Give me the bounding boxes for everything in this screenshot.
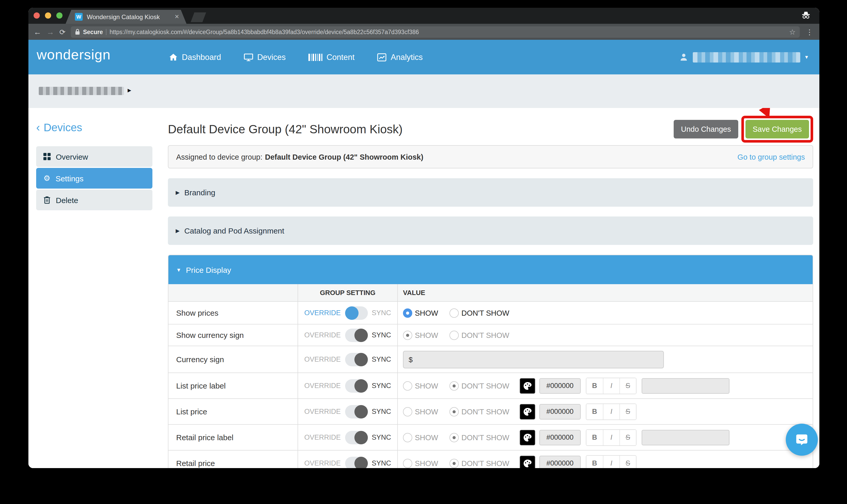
catalog-panel-header[interactable]: ▶ Catalog and Pod Assignment bbox=[168, 216, 813, 245]
address-bar[interactable]: Secure https://my.catalogkiosk.com/#/dev… bbox=[71, 26, 800, 37]
nav-item-analytics[interactable]: Analytics bbox=[377, 52, 423, 62]
label-text-input[interactable] bbox=[642, 430, 729, 445]
color-picker-button[interactable] bbox=[520, 378, 535, 393]
radio-label: DON'T SHOW bbox=[461, 309, 509, 317]
radio-label: SHOW bbox=[415, 309, 438, 317]
sidebar-item-settings[interactable]: ⚙ Settings bbox=[36, 168, 152, 188]
chat-bubble-icon bbox=[794, 432, 810, 447]
palette-icon bbox=[522, 406, 533, 417]
sidebar-item-label: Overview bbox=[56, 152, 88, 161]
radio-show: SHOW bbox=[403, 330, 438, 340]
strikethrough-button[interactable]: S bbox=[619, 404, 636, 419]
forward-button[interactable]: → bbox=[47, 28, 54, 36]
hex-color-input[interactable] bbox=[539, 430, 581, 445]
home-icon bbox=[169, 53, 178, 61]
strikethrough-button[interactable]: S bbox=[619, 430, 636, 445]
radio-selected-icon bbox=[403, 308, 412, 318]
back-button[interactable]: ← bbox=[34, 28, 41, 36]
chat-widget-button[interactable] bbox=[786, 424, 818, 456]
color-picker-button[interactable] bbox=[520, 404, 535, 419]
color-picker-button[interactable] bbox=[520, 430, 535, 445]
breadcrumb-blurred[interactable] bbox=[39, 87, 124, 95]
hex-color-input[interactable] bbox=[539, 404, 581, 419]
label-text-input[interactable] bbox=[642, 378, 729, 393]
sync-label: SYNC bbox=[372, 331, 391, 339]
strikethrough-button[interactable]: S bbox=[619, 455, 636, 468]
italic-button[interactable]: I bbox=[603, 455, 619, 468]
bold-button[interactable]: B bbox=[587, 404, 603, 419]
strikethrough-button[interactable]: S bbox=[619, 378, 636, 393]
override-sync-toggle[interactable] bbox=[345, 306, 367, 320]
monitor-icon bbox=[244, 53, 253, 61]
branding-panel-header[interactable]: ▶ Branding bbox=[168, 178, 813, 207]
browser-toolbar: ← → ⟳ Secure https://my.catalogkiosk.com… bbox=[29, 24, 819, 40]
radio-icon bbox=[449, 308, 459, 318]
color-picker-button[interactable] bbox=[520, 455, 535, 468]
override-sync-toggle[interactable] bbox=[345, 456, 367, 468]
radio-label: SHOW bbox=[415, 381, 438, 390]
table-row: Show prices OVERRIDE SYNC SHOW bbox=[168, 301, 813, 324]
radio-show: SHOW bbox=[403, 458, 438, 468]
currency-sign-input[interactable] bbox=[403, 350, 664, 368]
italic-button[interactable]: I bbox=[603, 430, 619, 445]
reload-button[interactable]: ⟳ bbox=[59, 28, 65, 36]
tab-close-icon[interactable]: ✕ bbox=[175, 14, 179, 20]
price-display-panel-header[interactable]: ▼ Price Display bbox=[168, 255, 813, 284]
bookmark-star-icon[interactable]: ☆ bbox=[789, 28, 796, 36]
text-style-buttons: B I S bbox=[586, 429, 636, 446]
override-sync-toggle[interactable] bbox=[345, 328, 367, 342]
nav-item-devices[interactable]: Devices bbox=[244, 52, 286, 62]
override-label: OVERRIDE bbox=[304, 331, 341, 339]
nav-label: Devices bbox=[257, 52, 286, 62]
chevron-left-icon: ‹ bbox=[36, 122, 40, 133]
undo-changes-button[interactable]: Undo Changes bbox=[674, 120, 738, 139]
wondersign-logo[interactable]: wondersign bbox=[37, 47, 111, 63]
bold-button[interactable]: B bbox=[587, 455, 603, 468]
tab-title: Wondersign Catalog Kiosk bbox=[87, 13, 170, 20]
italic-button[interactable]: I bbox=[603, 378, 619, 393]
nav-item-dashboard[interactable]: Dashboard bbox=[169, 52, 221, 62]
caret-right-icon: ▶ bbox=[176, 190, 180, 195]
radio-icon bbox=[403, 407, 412, 416]
palette-icon bbox=[522, 380, 533, 391]
nav-item-content[interactable]: Content bbox=[308, 52, 355, 62]
bold-button[interactable]: B bbox=[587, 430, 603, 445]
url-text: https://my.catalogkiosk.com/#/deviceGrou… bbox=[109, 29, 786, 35]
close-window-button[interactable] bbox=[34, 13, 40, 19]
override-sync-toggle[interactable] bbox=[345, 379, 367, 392]
browser-tab[interactable]: W Wondersign Catalog Kiosk ✕ bbox=[66, 10, 186, 24]
devices-back-link[interactable]: ‹ Devices bbox=[36, 121, 152, 134]
radio-selected-disabled-icon bbox=[449, 381, 459, 390]
radio-dont-show: DON'T SHOW bbox=[449, 381, 509, 390]
new-tab-button[interactable] bbox=[191, 13, 206, 22]
sync-label: SYNC bbox=[372, 382, 391, 390]
radio-dont-show: DON'T SHOW bbox=[449, 458, 509, 468]
sidebar-item-overview[interactable]: Overview bbox=[36, 146, 152, 167]
sidebar-item-delete[interactable]: Delete bbox=[36, 190, 152, 210]
page-title: Default Device Group (42" Showroom Kiosk… bbox=[168, 122, 403, 136]
panel-title: Price Display bbox=[186, 265, 231, 274]
radio-show[interactable]: SHOW bbox=[403, 308, 438, 318]
table-header-row: GROUP SETTING VALUE bbox=[168, 284, 813, 301]
override-sync-toggle[interactable] bbox=[345, 353, 367, 366]
bold-button[interactable]: B bbox=[587, 378, 603, 393]
override-sync-toggle[interactable] bbox=[345, 405, 367, 418]
user-menu[interactable]: ▾ bbox=[680, 40, 808, 74]
panel-title: Catalog and Pod Assignment bbox=[184, 226, 284, 235]
go-to-group-settings-link[interactable]: Go to group settings bbox=[738, 153, 805, 161]
override-label: OVERRIDE bbox=[304, 309, 341, 317]
italic-button[interactable]: I bbox=[603, 404, 619, 419]
row-label: List price label bbox=[168, 373, 298, 398]
browser-menu-icon[interactable]: ⋮ bbox=[805, 28, 814, 36]
save-changes-button[interactable]: Save Changes bbox=[745, 120, 809, 139]
minimize-window-button[interactable] bbox=[45, 13, 51, 19]
zoom-window-button[interactable] bbox=[56, 13, 62, 19]
override-sync-toggle[interactable] bbox=[345, 431, 367, 444]
hex-color-input[interactable] bbox=[539, 455, 581, 468]
hex-color-input[interactable] bbox=[539, 378, 581, 393]
nav-items: Dashboard Devices Content bbox=[169, 40, 423, 74]
text-style-buttons: B I S bbox=[586, 377, 636, 394]
chart-icon bbox=[377, 53, 387, 61]
text-style-buttons: B I S bbox=[586, 455, 636, 468]
radio-dont-show[interactable]: DON'T SHOW bbox=[449, 308, 509, 318]
